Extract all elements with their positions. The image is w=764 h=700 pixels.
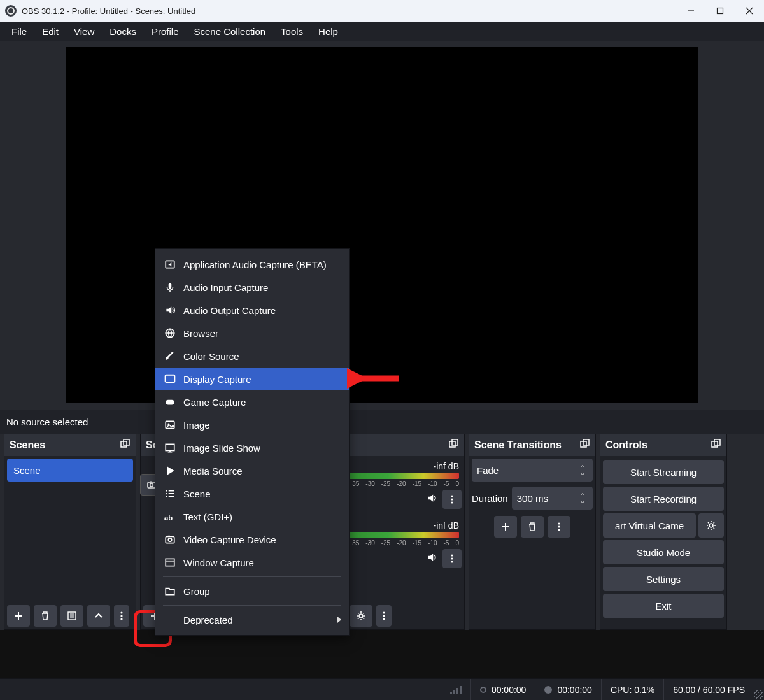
ctx-color-source[interactable]: Color Source [155,345,349,368]
mixer-ch2-menu-button[interactable] [442,549,462,568]
window-maximize-button[interactable] [705,0,735,22]
app-audio-icon [164,259,176,270]
mixer-ch1-menu-button[interactable] [442,490,462,509]
chevron-up-icon[interactable] [577,463,588,469]
transitions-popout-icon[interactable] [580,439,590,452]
ctx-video-capture-device[interactable]: Video Capture Device [155,528,349,551]
duration-value: 300 ms [517,493,548,504]
scenes-title: Scenes [10,439,45,451]
mixer-more-button[interactable] [376,605,392,627]
menu-tools[interactable]: Tools [273,24,311,39]
menu-help[interactable]: Help [311,24,346,39]
rec-dot-icon [544,686,552,694]
scenes-up-button[interactable] [87,605,110,627]
ctx-game-capture[interactable]: Game Capture [155,390,349,413]
transition-current: Fade [477,465,499,476]
window-icon [164,557,176,568]
mixer-ch1-mute-icon[interactable] [426,492,437,506]
settings-button[interactable]: Settings [603,567,724,591]
transitions-title: Scene Transitions [474,439,562,451]
slideshow-icon [164,442,176,454]
live-dot-icon [480,687,486,693]
ctx-display-capture[interactable]: Display Capture [155,368,349,390]
duration-label: Duration [472,493,508,504]
monitor-icon [164,373,176,385]
chevron-up-icon[interactable] [577,491,588,497]
ctx-scene[interactable]: Scene [155,482,349,505]
ctx-application-audio-capture[interactable]: Application Audio Capture (BETA) [155,253,349,276]
window-close-button[interactable] [735,0,764,22]
annotation-arrow [347,364,404,392]
scenes-remove-button[interactable] [34,605,57,627]
menu-view[interactable]: View [66,24,102,39]
mixer-popout-icon[interactable] [449,439,459,452]
folder-icon [164,585,176,597]
ctx-deprecated[interactable]: Deprecated [155,608,349,631]
window-minimize-button[interactable] [676,0,705,22]
menu-bar: File Edit View Docks Profile Scene Colle… [0,22,764,41]
menu-edit[interactable]: Edit [34,24,66,39]
ctx-separator [163,576,341,577]
menu-file[interactable]: File [4,24,34,39]
scene-transitions-panel: Scene Transitions Fade Duration 300 ms [469,434,596,630]
chevron-down-icon[interactable] [577,499,588,505]
globe-icon [164,327,176,339]
image-icon [164,419,176,431]
ctx-window-capture[interactable]: Window Capture [155,551,349,574]
selected-source-bar: No source selected [0,410,764,434]
title-bar: OBS 30.1.2 - Profile: Untitled - Scenes:… [0,0,764,22]
transition-remove-button[interactable] [521,516,544,538]
scenes-add-button[interactable] [7,605,30,627]
camera-icon [164,534,176,545]
transition-more-button[interactable] [548,516,570,538]
menu-profile[interactable]: Profile [144,24,187,39]
virtual-cam-settings-button[interactable] [698,513,724,538]
status-cpu: CPU: 0.1% [601,679,663,700]
controls-popout-icon[interactable] [711,439,721,452]
start-virtual-cam-button[interactable]: art Virtual Came [603,513,696,538]
status-network [441,679,470,700]
scenes-panel: Scenes Scene [4,434,136,630]
ctx-image[interactable]: Image [155,413,349,436]
ctx-audio-input-capture[interactable]: Audio Input Capture [155,276,349,299]
mic-icon [164,282,176,293]
scene-item[interactable]: Scene [7,459,133,482]
ctx-browser[interactable]: Browser [155,322,349,345]
status-fps: 60.00 / 60.00 FPS [663,679,754,700]
ctx-media-source[interactable]: Media Source [155,459,349,482]
status-live: 00:00:00 [470,679,535,700]
studio-mode-button[interactable]: Studio Mode [603,540,724,564]
controls-title: Controls [605,439,647,451]
resize-grip[interactable] [754,690,763,699]
scenes-popout-icon[interactable] [120,439,131,452]
gamepad-icon [164,396,176,408]
exit-button[interactable]: Exit [603,594,724,618]
chevron-down-icon[interactable] [577,471,588,477]
window-title: OBS 30.1.2 - Profile: Untitled - Scenes:… [22,6,195,16]
brush-icon [164,350,176,362]
controls-panel: Controls Start Streaming Start Recording… [600,434,727,630]
ctx-audio-output-capture[interactable]: Audio Output Capture [155,299,349,322]
speaker-icon [164,304,176,316]
menu-scene-collection[interactable]: Scene Collection [187,24,274,39]
status-rec: 00:00:00 [535,679,601,700]
ctx-image-slide-show[interactable]: Image Slide Show [155,436,349,459]
start-recording-button[interactable]: Start Recording [603,487,724,511]
play-icon [164,465,176,476]
mixer-settings-button[interactable] [350,605,372,627]
status-bar: 00:00:00 00:00:00 CPU: 0.1% 60.00 / 60.0… [0,678,764,700]
transition-add-button[interactable] [494,516,517,538]
start-streaming-button[interactable]: Start Streaming [603,460,724,484]
scenes-filter-button[interactable] [60,605,83,627]
ctx-text-gdi[interactable]: Text (GDI+) [155,505,349,528]
preview-area [0,41,764,410]
text-icon [164,511,176,522]
duration-input[interactable]: 300 ms [512,487,593,510]
mixer-ch2-mute-icon[interactable] [426,552,437,566]
list-icon [164,488,176,499]
transition-select[interactable]: Fade [472,459,593,482]
scenes-more-button[interactable] [114,605,129,627]
ctx-group[interactable]: Group [155,580,349,603]
svg-rect-23 [718,8,723,14]
menu-docks[interactable]: Docks [102,24,144,39]
